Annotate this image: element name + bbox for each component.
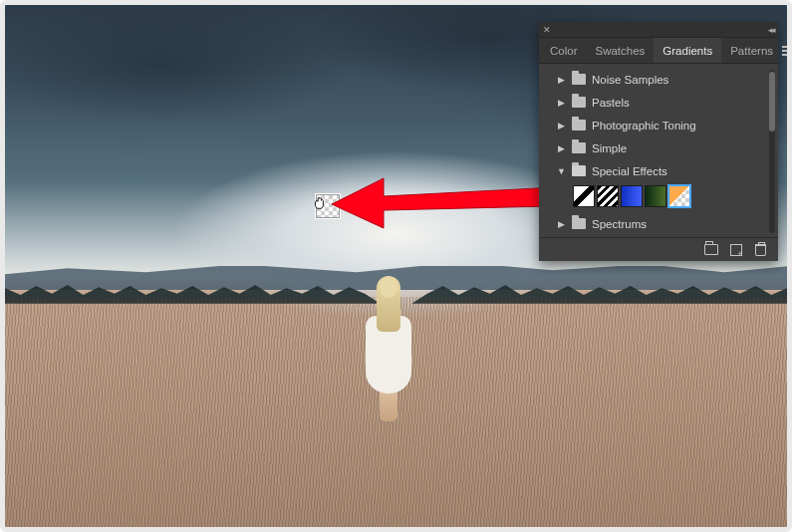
chevron-right-icon: ▶: [557, 98, 566, 108]
trash-icon: [755, 244, 766, 256]
folder-label: Noise Samples: [592, 74, 668, 86]
folder-open-icon: [572, 165, 586, 176]
special-effects-swatches: [543, 182, 769, 212]
tab-color[interactable]: Color: [541, 38, 586, 63]
canvas-image-subject: [359, 276, 418, 435]
gradient-swatch[interactable]: [645, 185, 666, 207]
panel-footer: [539, 237, 778, 261]
folder-icon: [572, 218, 586, 229]
new-preset-button[interactable]: [728, 242, 743, 257]
panel-scrollbar[interactable]: [769, 70, 775, 233]
folder-label: Pastels: [592, 97, 630, 109]
folder-label: Spectrums: [592, 218, 647, 230]
folder-special-effects[interactable]: ▼ Special Effects: [543, 159, 769, 182]
gradient-swatch[interactable]: [621, 185, 643, 207]
tab-swatches[interactable]: Swatches: [586, 38, 654, 63]
gradient-swatch[interactable]: [597, 185, 619, 207]
gradient-drop-target[interactable]: [316, 194, 340, 218]
folder-label: Special Effects: [592, 165, 667, 177]
folder-label: Simple: [592, 142, 627, 154]
gradient-swatch[interactable]: [573, 185, 595, 207]
folder-icon: [572, 97, 586, 108]
panel-menu-button[interactable]: [782, 50, 792, 52]
gradient-folder-tree: ▶ Noise Samples ▶ Pastels ▶ Photographic…: [539, 68, 769, 235]
folder-icon: [572, 120, 586, 131]
collapse-icon[interactable]: ◂◂: [768, 25, 774, 35]
gradients-panel: ✕ ◂◂ Color Swatches Gradients Patterns ▶…: [539, 22, 778, 261]
folder-spectrums[interactable]: ▶ Spectrums: [543, 212, 769, 235]
delete-button[interactable]: [753, 242, 768, 257]
panel-titlebar[interactable]: ✕ ◂◂: [539, 22, 778, 38]
hamburger-icon: [782, 50, 792, 52]
chevron-right-icon: ▶: [557, 75, 566, 85]
folder-simple[interactable]: ▶ Simple: [543, 136, 769, 159]
chevron-right-icon: ▶: [557, 143, 566, 153]
chevron-right-icon: ▶: [557, 121, 566, 131]
folder-icon: [572, 74, 586, 85]
panel-tabs: Color Swatches Gradients Patterns: [539, 38, 778, 64]
new-preset-icon: [730, 244, 742, 256]
new-group-button[interactable]: [703, 242, 718, 257]
folder-icon: [572, 142, 586, 153]
scrollbar-thumb[interactable]: [769, 72, 775, 132]
folder-noise-samples[interactable]: ▶ Noise Samples: [543, 68, 769, 91]
folder-photographic-toning[interactable]: ▶ Photographic Toning: [543, 114, 769, 136]
gradient-swatch-selected[interactable]: [668, 185, 690, 207]
tab-patterns[interactable]: Patterns: [721, 38, 782, 63]
folder-pastels[interactable]: ▶ Pastels: [543, 91, 769, 114]
chevron-down-icon: ▼: [557, 166, 566, 176]
close-icon[interactable]: ✕: [543, 25, 551, 35]
chevron-right-icon: ▶: [557, 219, 566, 229]
tab-gradients[interactable]: Gradients: [654, 38, 721, 63]
new-group-icon: [704, 244, 718, 255]
folder-label: Photographic Toning: [592, 120, 696, 132]
